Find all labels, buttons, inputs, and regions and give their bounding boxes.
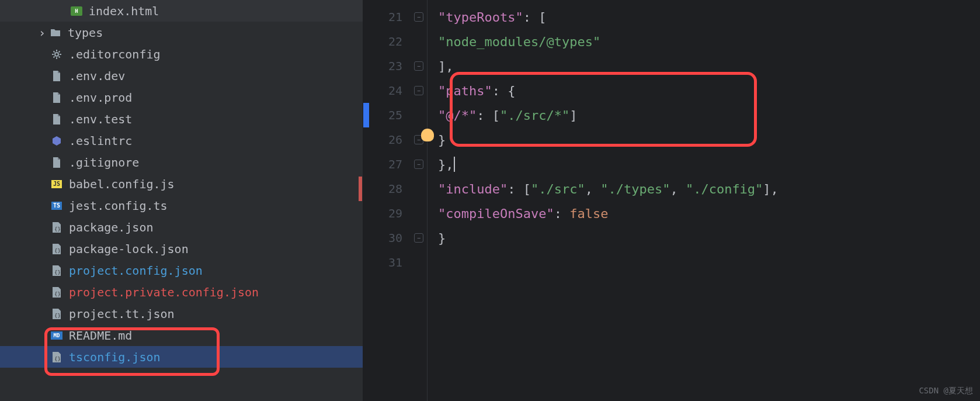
fold-icon[interactable]: − xyxy=(414,160,423,169)
json-icon: {} xyxy=(50,243,63,255)
lightbulb-icon[interactable] xyxy=(421,129,434,141)
file-tree-item[interactable]: {}project.config.json xyxy=(0,260,363,281)
line-number: 31 xyxy=(363,250,427,275)
watermark: CSDN @夏天想 xyxy=(919,386,973,396)
file-tree-item[interactable]: {}tsconfig.json xyxy=(0,346,363,368)
json-icon: {} xyxy=(50,221,63,234)
svg-text:{}: {} xyxy=(54,226,61,232)
file-name: .gitignore xyxy=(69,155,139,170)
chevron-right-icon[interactable]: › xyxy=(35,26,49,40)
js-icon: JS xyxy=(50,178,63,191)
line-number: 22 xyxy=(363,29,427,54)
folder-icon xyxy=(49,26,62,39)
file-name: project.config.json xyxy=(69,264,203,278)
line-number: 25 xyxy=(363,103,427,127)
file-tree-item[interactable]: {}package.json xyxy=(0,216,363,238)
gear-icon xyxy=(50,48,63,61)
line-number: 23− xyxy=(363,54,427,78)
line-number: 30− xyxy=(363,226,427,250)
line-number: 24− xyxy=(363,78,427,103)
file-name: project.tt.json xyxy=(69,307,175,321)
editor-gutter: 21− 22 23− 24− 25 26− 27− 28 29 30− 31 xyxy=(363,0,428,401)
svg-text:{}: {} xyxy=(54,248,61,254)
svg-text:{}: {} xyxy=(54,356,61,362)
file-tree-item[interactable]: ›types xyxy=(0,22,363,43)
code-content[interactable]: "typeRoots": [ "node_modules/@types" ], … xyxy=(428,0,980,401)
html-icon: H xyxy=(70,5,83,18)
file-name: .env.dev xyxy=(69,69,125,83)
file-tree-item[interactable]: {}project.tt.json xyxy=(0,303,363,324)
file-tree-item[interactable]: .eslintrc xyxy=(0,130,363,151)
file-tree-item[interactable]: .env.prod xyxy=(0,87,363,108)
file-name: .env.test xyxy=(69,112,132,126)
fold-icon[interactable]: − xyxy=(414,12,423,22)
line-number: 27− xyxy=(363,152,427,177)
svg-text:{}: {} xyxy=(54,269,61,275)
file-tree-item[interactable]: .env.test xyxy=(0,108,363,130)
file-name: tsconfig.json xyxy=(69,350,161,364)
json-icon: {} xyxy=(50,351,63,364)
file-icon xyxy=(50,70,63,82)
file-name: project.private.config.json xyxy=(69,285,259,299)
file-name: index.html xyxy=(89,4,159,18)
file-tree-item[interactable]: .gitignore xyxy=(0,151,363,173)
line-number: 28 xyxy=(363,177,427,201)
code-editor[interactable]: 21− 22 23− 24− 25 26− 27− 28 29 30− 31 "… xyxy=(363,0,980,401)
file-tree-item[interactable]: Hindex.html xyxy=(0,0,363,22)
svg-text:{}: {} xyxy=(54,313,61,319)
file-tree-sidebar: Hindex.html›types.editorconfig.env.dev.e… xyxy=(0,0,363,401)
fold-icon[interactable]: − xyxy=(414,86,423,95)
file-icon xyxy=(50,91,63,104)
line-number: 29 xyxy=(363,201,427,226)
json-icon: {} xyxy=(50,307,63,320)
file-name: .env.prod xyxy=(69,91,132,105)
file-name: .eslintrc xyxy=(69,134,132,148)
eslint-icon xyxy=(50,134,63,147)
md-icon: MD xyxy=(50,329,63,342)
file-tree-item[interactable]: {}project.private.config.json xyxy=(0,281,363,303)
file-tree-item[interactable]: JSbabel.config.js xyxy=(0,173,363,195)
line-number: 26− xyxy=(363,127,427,152)
file-tree-item[interactable]: {}package-lock.json xyxy=(0,238,363,260)
json-icon: {} xyxy=(50,264,63,277)
file-name: babel.config.js xyxy=(69,177,175,191)
ts-icon: TS xyxy=(50,199,63,212)
file-name: .editorconfig xyxy=(69,47,161,61)
file-name: README.md xyxy=(69,329,132,343)
svg-point-0 xyxy=(55,53,58,56)
file-tree-item[interactable]: .editorconfig xyxy=(0,43,363,65)
file-icon xyxy=(50,156,63,169)
fold-icon[interactable]: − xyxy=(414,233,423,243)
fold-icon[interactable]: − xyxy=(414,61,423,71)
file-tree-item[interactable]: TSjest.config.ts xyxy=(0,195,363,216)
file-name: package-lock.json xyxy=(69,242,189,256)
line-number: 21− xyxy=(363,5,427,29)
svg-text:{}: {} xyxy=(54,291,61,297)
file-tree-item[interactable]: .env.dev xyxy=(0,65,363,87)
file-icon xyxy=(50,113,63,126)
file-tree-item[interactable]: MDREADME.md xyxy=(0,324,363,346)
file-name: types xyxy=(68,26,103,40)
file-name: jest.config.ts xyxy=(69,199,168,213)
file-name: package.json xyxy=(69,220,154,234)
json-icon: {} xyxy=(50,286,63,299)
